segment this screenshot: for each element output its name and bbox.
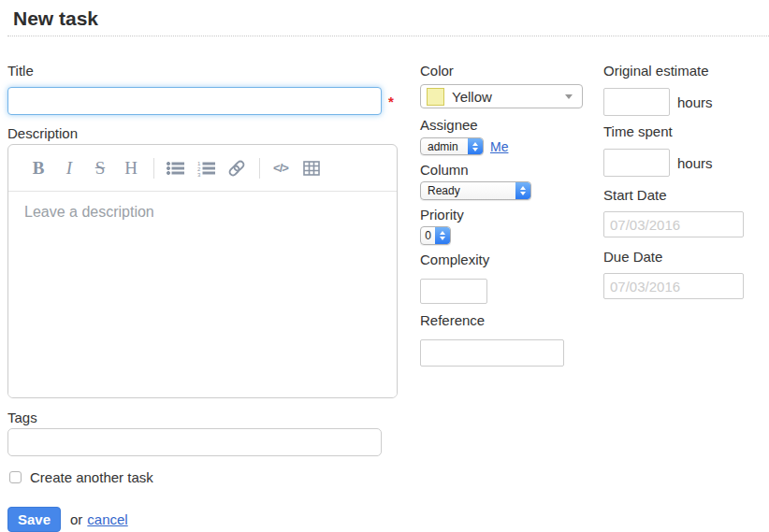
title-label: Title — [7, 64, 398, 79]
link-icon[interactable] — [225, 157, 248, 180]
editor-toolbar: B I S H 123 — [8, 145, 397, 192]
column-label: Column — [420, 163, 585, 178]
priority-label: Priority — [420, 208, 585, 223]
original-estimate-input[interactable] — [603, 88, 670, 116]
start-date-input[interactable] — [603, 211, 744, 237]
unordered-list-icon[interactable] — [164, 157, 186, 180]
heading-icon[interactable]: H — [120, 157, 142, 180]
middle-column: Color Yellow Assignee admin Me Column Re… — [420, 64, 585, 367]
bold-icon[interactable]: B — [27, 157, 50, 180]
up-down-stepper-icon — [435, 227, 450, 244]
toolbar-separator — [259, 158, 260, 179]
start-date-label: Start Date — [603, 188, 753, 203]
time-spent-suffix: hours — [677, 155, 713, 171]
tags-label: Tags — [7, 410, 398, 425]
due-date-input[interactable] — [603, 273, 744, 299]
create-another-row: Create another task — [7, 469, 398, 485]
original-estimate-suffix: hours — [677, 94, 713, 110]
right-column: Original estimate hours Time spent hours… — [603, 64, 753, 299]
reference-label: Reference — [420, 313, 585, 328]
assignee-select[interactable]: admin — [420, 137, 484, 155]
required-asterisk: * — [388, 93, 394, 109]
code-icon[interactable]: </> — [269, 157, 292, 180]
description-editor: B I S H 123 — [7, 144, 398, 398]
tags-input[interactable] — [7, 428, 382, 456]
ordered-list-icon[interactable]: 123 — [195, 157, 217, 180]
left-column: Title * Description B I S H — [7, 64, 398, 532]
time-spent-input[interactable] — [603, 149, 670, 177]
title-input[interactable] — [7, 87, 382, 115]
create-another-checkbox[interactable] — [9, 471, 22, 483]
italic-icon[interactable]: I — [58, 157, 80, 180]
description-textarea[interactable] — [8, 192, 397, 397]
save-button[interactable]: Save — [7, 507, 61, 532]
new-task-form: Title * Description B I S H — [7, 64, 769, 532]
form-actions: Save or cancel — [7, 507, 398, 532]
priority-select[interactable]: 0 — [420, 226, 451, 245]
table-icon[interactable] — [300, 157, 323, 180]
description-label: Description — [7, 126, 398, 141]
priority-select-value: 0 — [421, 229, 435, 242]
reference-input[interactable] — [420, 339, 564, 367]
column-select[interactable]: Ready — [420, 181, 531, 200]
original-estimate-row: hours — [603, 88, 753, 116]
original-estimate-label: Original estimate — [603, 64, 753, 79]
page-title: New task — [13, 7, 763, 30]
color-dropdown-value: Yellow — [452, 89, 565, 105]
color-swatch-yellow — [427, 88, 444, 106]
up-down-stepper-icon — [515, 182, 530, 199]
color-label: Color — [420, 64, 585, 79]
assignee-select-value: admin — [421, 140, 468, 153]
new-task-page: New task Title * Description B I S H — [0, 0, 769, 532]
page-header: New task — [7, 6, 769, 36]
time-spent-label: Time spent — [603, 124, 753, 139]
create-another-label[interactable]: Create another task — [30, 469, 153, 485]
toolbar-separator — [153, 158, 154, 179]
complexity-input[interactable] — [420, 279, 487, 304]
svg-text:3: 3 — [197, 172, 201, 177]
title-row: * — [7, 87, 398, 115]
due-date-label: Due Date — [603, 250, 753, 265]
up-down-stepper-icon — [468, 138, 483, 154]
assignee-row: admin Me — [420, 137, 585, 155]
cancel-link[interactable]: cancel — [87, 511, 127, 527]
chevron-down-icon — [565, 94, 573, 99]
column-select-value: Ready — [421, 184, 515, 197]
assign-me-link[interactable]: Me — [490, 139, 508, 154]
or-text: or — [70, 511, 82, 527]
strikethrough-icon[interactable]: S — [89, 157, 111, 180]
complexity-label: Complexity — [420, 252, 585, 267]
assignee-label: Assignee — [420, 118, 585, 133]
time-spent-row: hours — [603, 149, 753, 177]
color-dropdown[interactable]: Yellow — [420, 84, 583, 108]
